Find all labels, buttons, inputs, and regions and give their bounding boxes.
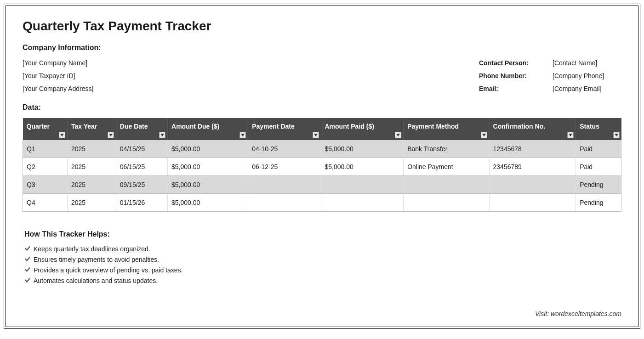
- inner-frame: Quarterly Tax Payment Tracker Company In…: [6, 6, 638, 327]
- phone-label: Phone Number:: [479, 72, 553, 79]
- filter-icon[interactable]: [613, 132, 620, 138]
- header-tax-year: Tax Year: [67, 118, 116, 140]
- header-amount-paid: Amount Paid ($): [321, 118, 404, 140]
- cell-amount_due: $5,000.00: [168, 194, 248, 212]
- table-header-row: Quarter Tax Year Due Date Amount Due ($)…: [23, 118, 621, 140]
- phone-value: [Company Phone]: [553, 72, 621, 79]
- cell-confirmation_no: 12345678: [489, 140, 576, 158]
- visit-link: Visit: wordexceltemplates.com: [535, 310, 621, 317]
- cell-status: Paid: [576, 158, 621, 176]
- cell-quarter: Q3: [23, 176, 68, 194]
- cell-tax_year: 2025: [67, 158, 116, 176]
- table-row: Q4202501/15/26$5,000.00Pending: [23, 194, 621, 212]
- table-row: Q3202509/15/25$5,000.00Pending: [23, 176, 621, 194]
- cell-status: Pending: [576, 194, 621, 212]
- company-info-right: Contact Person: [Contact Name] Phone Num…: [479, 59, 621, 92]
- help-item: Provides a quick overview of pending vs.…: [24, 266, 621, 274]
- filter-icon[interactable]: [395, 132, 401, 138]
- helps-list: Keeps quarterly tax deadlines organized.…: [24, 245, 621, 284]
- filter-icon[interactable]: [481, 132, 487, 138]
- header-due-date: Due Date: [116, 118, 167, 140]
- cell-tax_year: 2025: [67, 140, 116, 158]
- cell-payment_date: 04-10-25: [248, 140, 321, 158]
- company-name: [Your Company Name]: [23, 59, 93, 67]
- help-item: Automates calculations and status update…: [24, 277, 621, 284]
- helps-title: How This Tracker Helps:: [24, 230, 621, 238]
- help-item: Keeps quarterly tax deadlines organized.: [24, 245, 621, 253]
- cell-amount_due: $5,000.00: [168, 176, 248, 194]
- help-item: Ensures timely payments to avoid penalti…: [24, 255, 621, 263]
- filter-icon[interactable]: [159, 132, 165, 138]
- contact-person-value: [Contact Name]: [553, 59, 621, 67]
- cell-confirmation_no: 23456789: [489, 158, 576, 176]
- cell-due_date: 06/15/25: [116, 158, 167, 176]
- cell-amount_paid: $5,000.00: [321, 140, 404, 158]
- table-row: Q2202506/15/25$5,000.0006-12-25$5,000.00…: [23, 158, 621, 176]
- header-payment-method: Payment Method: [404, 118, 489, 140]
- outer-frame: Quarterly Tax Payment Tracker Company In…: [4, 4, 640, 329]
- cell-due_date: 09/15/25: [116, 176, 167, 194]
- cell-amount_paid: [321, 194, 404, 212]
- cell-status: Paid: [576, 140, 621, 158]
- header-amount-due: Amount Due ($): [168, 118, 248, 140]
- filter-icon[interactable]: [567, 132, 574, 138]
- company-address: [Your Company Address]: [23, 85, 93, 92]
- filter-icon[interactable]: [59, 132, 65, 138]
- company-info-left: [Your Company Name] [Your Taxpayer ID] […: [23, 59, 93, 92]
- cell-payment_method: Bank Transfer: [404, 140, 489, 158]
- cell-payment_date: [248, 176, 321, 194]
- help-text: Provides a quick overview of pending vs.…: [34, 266, 183, 274]
- cell-tax_year: 2025: [67, 194, 116, 212]
- table-row: Q1202504/15/25$5,000.0004-10-25$5,000.00…: [23, 140, 621, 158]
- header-quarter: Quarter: [23, 118, 68, 140]
- cell-amount_paid: [321, 176, 404, 194]
- email-value: [Company Email]: [553, 85, 621, 92]
- cell-amount_paid: $5,000.00: [321, 158, 404, 176]
- filter-icon[interactable]: [313, 132, 319, 138]
- cell-due_date: 01/15/26: [116, 194, 167, 212]
- company-info-grid: [Your Company Name] [Your Taxpayer ID] […: [23, 59, 621, 92]
- cell-confirmation_no: [489, 176, 576, 194]
- filter-icon[interactable]: [108, 132, 114, 138]
- check-icon: [24, 255, 31, 263]
- header-status: Status: [576, 118, 621, 140]
- cell-payment_method: [404, 176, 489, 194]
- header-confirmation-no: Confirmation No.: [489, 118, 576, 140]
- payment-table: Quarter Tax Year Due Date Amount Due ($)…: [23, 118, 621, 212]
- cell-tax_year: 2025: [67, 176, 116, 194]
- cell-quarter: Q1: [23, 140, 68, 158]
- email-label: Email:: [479, 85, 553, 92]
- check-icon: [24, 277, 31, 284]
- cell-amount_due: $5,000.00: [168, 158, 248, 176]
- page-title: Quarterly Tax Payment Tracker: [23, 19, 621, 34]
- cell-payment_date: 06-12-25: [248, 158, 321, 176]
- check-icon: [24, 245, 31, 253]
- cell-payment_method: [404, 194, 489, 212]
- cell-quarter: Q2: [23, 158, 68, 176]
- help-text: Automates calculations and status update…: [34, 277, 158, 284]
- cell-quarter: Q4: [23, 194, 68, 212]
- data-section-label: Data:: [23, 103, 621, 112]
- cell-status: Pending: [576, 176, 621, 194]
- contact-person-label: Contact Person:: [479, 59, 553, 67]
- header-payment-date: Payment Date: [248, 118, 321, 140]
- cell-payment_date: [248, 194, 321, 212]
- help-text: Ensures timely payments to avoid penalti…: [34, 256, 159, 263]
- company-info-label: Company Information:: [23, 44, 621, 52]
- taxpayer-id: [Your Taxpayer ID]: [23, 72, 93, 79]
- cell-payment_method: Online Payment: [404, 158, 489, 176]
- cell-amount_due: $5,000.00: [168, 140, 248, 158]
- check-icon: [24, 266, 31, 274]
- cell-confirmation_no: [489, 194, 576, 212]
- cell-due_date: 04/15/25: [116, 140, 167, 158]
- filter-icon[interactable]: [239, 132, 246, 138]
- help-text: Keeps quarterly tax deadlines organized.: [34, 245, 150, 253]
